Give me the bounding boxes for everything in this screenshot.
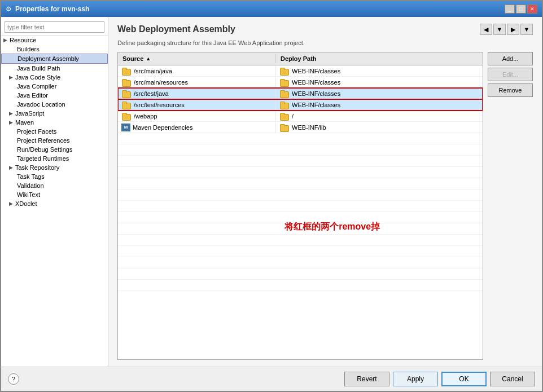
cell-source: /src/test/java bbox=[118, 89, 276, 99]
dialog-title: Properties for mvn-ssh bbox=[15, 5, 89, 13]
sidebar-item-project-facets[interactable]: Project Facets bbox=[1, 127, 108, 136]
sidebar-item-deployment-assembly[interactable]: Deployment Assembly bbox=[1, 54, 108, 64]
cell-deploy: / bbox=[276, 111, 483, 121]
tree-container: ▶ResourceBuildersDeployment AssemblyJava… bbox=[1, 36, 108, 208]
source-path: /src/test/java bbox=[134, 90, 169, 97]
cell-deploy: WEB-INF/lib bbox=[276, 122, 483, 133]
nav-buttons: ◀ ▼ ▶ ▼ bbox=[480, 24, 533, 35]
sidebar-item-task-tags[interactable]: Task Tags bbox=[1, 172, 108, 181]
source-path: Maven Dependencies bbox=[133, 124, 192, 131]
panel-title: Web Deployment Assembly bbox=[117, 24, 235, 34]
sidebar-item-label-task-repository: Task Repository bbox=[15, 164, 59, 171]
sidebar-item-validation[interactable]: Validation bbox=[1, 181, 108, 190]
table-row[interactable]: /src/main/java WEB-INF/classes bbox=[118, 65, 483, 77]
cell-source: /src/main/resources bbox=[118, 77, 276, 87]
help-button[interactable]: ? bbox=[8, 373, 19, 385]
close-button[interactable]: ✕ bbox=[527, 5, 537, 14]
sidebar-item-targeted-runtimes[interactable]: Targeted Runtimes bbox=[1, 154, 108, 163]
folder-icon bbox=[279, 78, 288, 86]
minimize-button[interactable]: _ bbox=[505, 5, 515, 14]
edit-button[interactable]: Edit... bbox=[488, 68, 533, 81]
remove-button[interactable]: Remove bbox=[488, 83, 533, 97]
sidebar-item-javascript[interactable]: ▶JavaScript bbox=[1, 109, 108, 118]
right-content-row: Source ▲ Deploy Path /src/main/java WEB-… bbox=[117, 52, 533, 360]
cell-source: /src/test/resources bbox=[118, 100, 276, 110]
sidebar-item-label-targeted-runtimes: Targeted Runtimes bbox=[17, 155, 69, 162]
deploy-path: WEB-INF/classes bbox=[292, 68, 340, 74]
sidebar-item-label-resource: Resource bbox=[10, 37, 36, 43]
table-row-empty bbox=[118, 223, 483, 235]
nav-dropdown1[interactable]: ▼ bbox=[493, 24, 506, 35]
title-buttons: _ □ ✕ bbox=[505, 5, 537, 14]
cell-deploy: WEB-INF/classes bbox=[276, 66, 483, 76]
sidebar-item-javadoc-location[interactable]: Javadoc Location bbox=[1, 100, 108, 109]
sidebar-item-java-code-style[interactable]: ▶Java Code Style bbox=[1, 73, 108, 82]
nav-dropdown2[interactable]: ▼ bbox=[520, 24, 533, 35]
apply-button[interactable]: Apply bbox=[393, 372, 438, 386]
sidebar-item-xdoclet[interactable]: ▶XDoclet bbox=[1, 199, 108, 208]
tree-arrow-maven: ▶ bbox=[9, 120, 13, 125]
table-row-empty bbox=[118, 212, 483, 223]
table-row[interactable]: /src/test/java WEB-INF/classes bbox=[118, 88, 483, 99]
tree-arrow-task-repository: ▶ bbox=[9, 165, 13, 170]
cancel-button[interactable]: Cancel bbox=[490, 372, 535, 386]
dialog-icon: ⚙ bbox=[6, 5, 12, 13]
folder-icon bbox=[279, 112, 288, 120]
sidebar-item-maven[interactable]: ▶Maven bbox=[1, 118, 108, 127]
cell-source: /src/main/java bbox=[118, 66, 276, 76]
folder-icon bbox=[121, 90, 130, 98]
sidebar-item-label-maven: Maven bbox=[15, 119, 34, 126]
sidebar-item-task-repository[interactable]: ▶Task Repository bbox=[1, 163, 108, 172]
sidebar-item-run-debug-settings[interactable]: Run/Debug Settings bbox=[1, 145, 108, 154]
properties-dialog: ⚙ Properties for mvn-ssh _ □ ✕ ▶Resource… bbox=[0, 0, 543, 392]
table-row-empty bbox=[118, 190, 483, 201]
bottom-bar: ? Revert Apply OK Cancel bbox=[1, 367, 542, 391]
table-body: /src/main/java WEB-INF/classes /src/main… bbox=[118, 65, 483, 359]
folder-icon bbox=[121, 112, 130, 120]
add-button[interactable]: Add... bbox=[488, 52, 533, 65]
revert-button[interactable]: Revert bbox=[344, 372, 389, 386]
sidebar-item-label-project-references: Project References bbox=[17, 137, 70, 144]
sidebar-item-label-task-tags: Task Tags bbox=[17, 173, 45, 180]
sidebar-item-label-java-compiler: Java Compiler bbox=[17, 83, 56, 90]
deploy-path: WEB-INF/classes bbox=[292, 102, 340, 108]
folder-icon bbox=[121, 67, 130, 75]
forward-button[interactable]: ▶ bbox=[507, 24, 519, 35]
folder-icon bbox=[121, 101, 130, 109]
table-row[interactable]: /src/test/resources WEB-INF/classes bbox=[118, 99, 483, 111]
tree-arrow-javascript: ▶ bbox=[9, 111, 13, 116]
folder-icon bbox=[279, 90, 288, 98]
folder-icon bbox=[121, 78, 130, 86]
sidebar-item-label-java-build-path: Java Build Path bbox=[17, 65, 60, 72]
source-path: /webapp bbox=[134, 113, 157, 120]
sidebar-item-java-editor[interactable]: Java Editor bbox=[1, 91, 108, 100]
sidebar-item-wikitext[interactable]: WikiText bbox=[1, 190, 108, 199]
cell-deploy: WEB-INF/classes bbox=[276, 89, 483, 99]
source-path: /src/test/resources bbox=[134, 102, 185, 108]
table-row-empty bbox=[118, 133, 483, 144]
tree-arrow-xdoclet: ▶ bbox=[9, 201, 13, 206]
table-row-empty bbox=[118, 257, 483, 268]
table-row[interactable]: M Maven Dependencies WEB-INF/lib bbox=[118, 122, 483, 133]
sidebar-item-builders[interactable]: Builders bbox=[1, 45, 108, 54]
sidebar-item-label-validation: Validation bbox=[17, 182, 44, 189]
ok-button[interactable]: OK bbox=[441, 372, 487, 386]
sidebar-item-label-javadoc-location: Javadoc Location bbox=[17, 101, 65, 108]
table-row[interactable]: /webapp / bbox=[118, 111, 483, 122]
sidebar-item-java-compiler[interactable]: Java Compiler bbox=[1, 82, 108, 91]
filter-input[interactable] bbox=[5, 21, 104, 33]
back-button[interactable]: ◀ bbox=[480, 24, 492, 35]
deploy-path: / bbox=[292, 113, 294, 120]
deploy-path: WEB-INF/lib bbox=[292, 124, 326, 131]
table-row[interactable]: /src/main/resources WEB-INF/classes bbox=[118, 77, 483, 88]
sidebar-item-resource[interactable]: ▶Resource bbox=[1, 36, 108, 45]
sidebar-item-java-build-path[interactable]: Java Build Path bbox=[1, 64, 108, 73]
header-deploy: Deploy Path bbox=[276, 54, 483, 63]
sidebar-item-label-wikitext: WikiText bbox=[17, 191, 40, 198]
assembly-table: Source ▲ Deploy Path /src/main/java WEB-… bbox=[117, 52, 483, 360]
sidebar-item-label-deployment-assembly: Deployment Assembly bbox=[17, 55, 79, 62]
table-row-empty bbox=[118, 167, 483, 178]
maximize-button[interactable]: □ bbox=[516, 5, 526, 14]
sidebar-item-project-references[interactable]: Project References bbox=[1, 136, 108, 145]
right-panel: Web Deployment Assembly ◀ ▼ ▶ ▼ Define p… bbox=[108, 17, 542, 367]
